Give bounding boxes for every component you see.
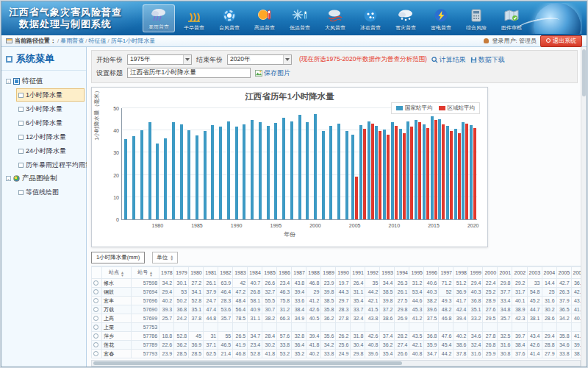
table-row[interactable]: 铜鼓5769429.45334.137.946.447.226.832.746.… <box>92 288 581 297</box>
tree-item-等值线绘图[interactable]: 等值线绘图 <box>16 185 85 199</box>
toolbar-item-lightning[interactable]: 雷电普查 <box>425 6 457 32</box>
year-column-header[interactable]: 1996 <box>424 267 439 279</box>
year-column-header[interactable]: 1979 <box>174 267 189 279</box>
download-button[interactable]: 数据下载 <box>470 55 505 65</box>
horizontal-scrollbar[interactable] <box>91 360 581 367</box>
year-column-header[interactable]: 1998 <box>453 267 468 279</box>
year-column-header[interactable]: 1985 <box>262 267 277 279</box>
year-column-header[interactable]: 2002 <box>512 267 527 279</box>
station-column-header[interactable]: 站点 ▲▼ <box>102 267 132 279</box>
row-select-cell[interactable] <box>92 305 102 314</box>
row-select-cell[interactable] <box>92 323 102 332</box>
year-column-header[interactable]: 1990 <box>336 267 351 279</box>
year-column-header[interactable]: 1980 <box>189 267 204 279</box>
tree-item-历年暴雨过程平均雨量[interactable]: 历年暴雨过程平均雨量 <box>16 158 85 171</box>
collapse-icon[interactable]: - <box>6 176 11 181</box>
year-column-header[interactable]: 1992 <box>365 267 380 279</box>
unit-button[interactable]: 1小时降水量(mm) <box>91 252 145 263</box>
year-column-header[interactable]: 2000 <box>483 267 498 279</box>
table-row[interactable]: 莲花5778922.636.236.937.146.541.923.430.23… <box>92 341 581 350</box>
radio-icon[interactable] <box>93 307 98 312</box>
toolbar-item-high-temp[interactable]: 高温普查 <box>248 6 281 32</box>
table-row[interactable]: 宜春5779323.928.528.562.521.446.852.841.85… <box>92 350 581 358</box>
radio-icon[interactable] <box>93 289 98 294</box>
table-row[interactable]: 修水5759834.230.127.226.163.94240.726.623.… <box>92 279 581 288</box>
year-column-header[interactable]: 2006 <box>571 267 581 279</box>
row-select-cell[interactable] <box>92 350 102 358</box>
checkbox-icon[interactable] <box>18 149 24 154</box>
save-image-button[interactable]: 保存图片 <box>255 68 290 78</box>
row-select-cell[interactable] <box>92 297 102 305</box>
vertical-scrollbar[interactable] <box>581 47 587 367</box>
breadcrumb-part[interactable]: 历年1小时降水量 <box>111 38 155 44</box>
row-select-cell[interactable] <box>92 279 102 288</box>
tree-item-3小时降水量[interactable]: 3小时降水量 <box>16 102 85 116</box>
toolbar-item-snow[interactable]: 雪灾普查 <box>390 6 422 32</box>
scrollbar-thumb[interactable] <box>93 361 402 365</box>
year-column-header[interactable]: 1995 <box>409 267 424 279</box>
row-select-cell[interactable] <box>92 314 102 323</box>
year-column-header[interactable]: 1981 <box>204 267 218 279</box>
row-select-cell[interactable] <box>92 341 102 350</box>
tree-item-6小时降水量[interactable]: 6小时降水量 <box>16 116 85 130</box>
radio-icon[interactable] <box>93 351 98 356</box>
table-row[interactable]: 萍乡5778618.852.845315526.534.728.457.632.… <box>92 332 581 341</box>
tree-group-特征值[interactable]: -特征值 <box>6 75 85 88</box>
table-row[interactable]: 宜丰5769640.250.252.824.728.348.458.155.57… <box>92 297 581 305</box>
breadcrumb-part[interactable]: 暴雨普查 <box>60 38 84 44</box>
year-column-header[interactable]: 1987 <box>292 267 306 279</box>
year-column-header[interactable]: 1994 <box>395 267 409 279</box>
row-select-cell[interactable] <box>92 332 102 341</box>
year-column-header[interactable]: 1999 <box>468 267 483 279</box>
calculate-button[interactable]: 计算结果 <box>431 55 466 65</box>
toolbar-item-calculator[interactable]: 综合风险 <box>460 6 492 32</box>
checkbox-icon[interactable] <box>18 190 24 195</box>
toolbar-item-wind[interactable]: 大风普查 <box>319 6 351 32</box>
year-column-header[interactable]: 1986 <box>277 267 292 279</box>
start-year-select[interactable]: 1975年 <box>127 54 192 65</box>
year-column-header[interactable]: 1989 <box>321 267 336 279</box>
checkbox-icon[interactable] <box>18 121 24 126</box>
radio-icon[interactable] <box>93 280 98 286</box>
table-row[interactable]: 上高5769925.724.237.844.835.778.531.138.26… <box>92 314 581 323</box>
year-column-header[interactable]: 1982 <box>218 267 233 279</box>
checkbox-icon[interactable] <box>18 107 24 112</box>
toolbar-item-drought[interactable]: 干旱普查 <box>178 6 210 32</box>
year-column-header[interactable]: 1984 <box>248 267 262 279</box>
toolbar-item-low-temp[interactable]: 低温普查 <box>284 6 316 32</box>
year-column-header[interactable]: 2003 <box>527 267 542 279</box>
toolbar-item-hail[interactable]: 冰雹普查 <box>354 6 387 32</box>
checkbox-icon[interactable] <box>18 163 24 168</box>
tree-item-12小时降水量[interactable]: 12小时降水量 <box>16 130 85 144</box>
unit-filter[interactable]: 单位 ▲▼ <box>152 252 178 263</box>
end-year-select[interactable]: 2020年 <box>227 54 292 65</box>
radio-icon[interactable] <box>93 333 98 339</box>
collapse-icon[interactable]: - <box>6 79 11 84</box>
year-column-header[interactable]: 1993 <box>380 267 395 279</box>
row-select-cell[interactable] <box>92 288 102 297</box>
station-id-column-header[interactable]: 站号 ▲▼ <box>132 267 159 279</box>
year-column-header[interactable]: 2001 <box>498 267 512 279</box>
tree-item-1小时降水量[interactable]: 1小时降水量 <box>16 88 85 102</box>
table-scroll-container[interactable]: 站点 ▲▼ 站号 ▲▼ 1978197919801981198219831984… <box>91 266 581 358</box>
year-column-header[interactable]: 1983 <box>233 267 248 279</box>
scrollbar-thumb[interactable] <box>582 49 586 96</box>
checkbox-icon[interactable] <box>18 135 24 140</box>
chart-title-input[interactable] <box>127 68 251 78</box>
year-column-header[interactable]: 1978 <box>159 267 174 279</box>
tree-group-产品图绘制[interactable]: -产品图绘制 <box>6 172 85 185</box>
radio-icon[interactable] <box>93 325 98 330</box>
year-column-header[interactable]: 2005 <box>556 267 571 279</box>
toolbar-item-rainstorm[interactable]: 暴雨普查 <box>143 4 175 32</box>
tree-item-24小时降水量[interactable]: 24小时降水量 <box>16 144 85 158</box>
breadcrumb-part[interactable]: 特征值 <box>88 38 106 44</box>
year-column-header[interactable]: 1991 <box>351 267 365 279</box>
radio-icon[interactable] <box>93 342 98 347</box>
checkbox-icon[interactable] <box>18 93 24 98</box>
logout-button[interactable]: 退出系统 <box>540 35 582 47</box>
toolbar-item-typhoon[interactable]: 台风普查 <box>213 6 245 32</box>
radio-icon[interactable] <box>93 298 98 303</box>
year-column-header[interactable]: 1997 <box>439 267 453 279</box>
year-column-header[interactable]: 2004 <box>542 267 556 279</box>
radio-icon[interactable] <box>93 316 98 321</box>
